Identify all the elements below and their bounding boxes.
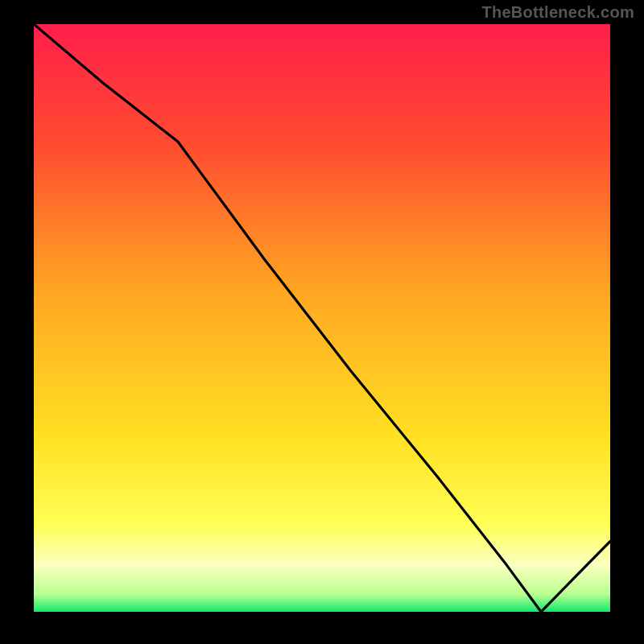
gradient-background <box>34 24 610 612</box>
plot-area <box>31 24 613 615</box>
chart-container: TheBottleneck.com <box>0 0 644 644</box>
watermark-text: TheBottleneck.com <box>481 3 634 22</box>
chart-svg <box>34 24 610 612</box>
